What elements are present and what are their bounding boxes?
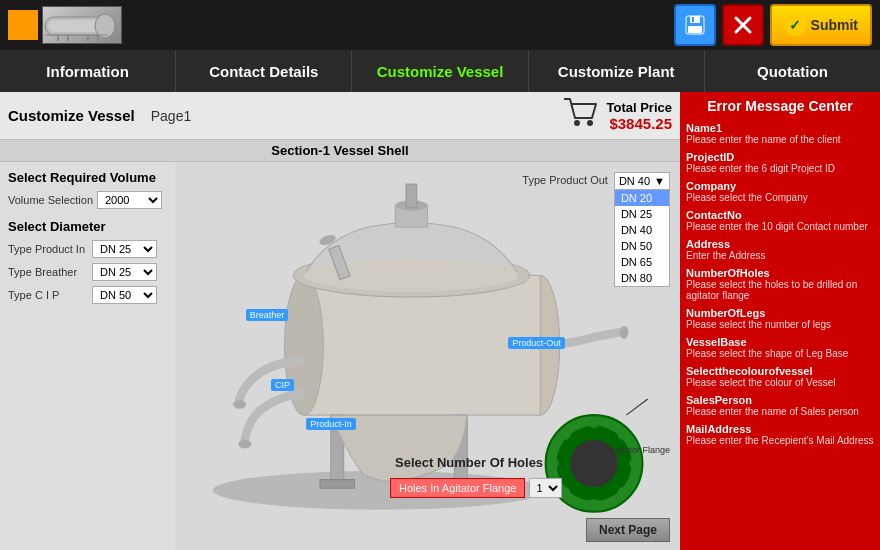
- product-out-selected[interactable]: DN 40 ▼: [614, 172, 670, 190]
- error-item: ProjectIDPlease enter the 6 digit Projec…: [686, 151, 874, 174]
- dropdown-item-dn50[interactable]: DN 50: [615, 238, 669, 254]
- error-item: VesselBasePlease select the shape of Leg…: [686, 336, 874, 359]
- error-message-text: Please enter the Recepient's Mail Addres…: [686, 435, 874, 446]
- close-button[interactable]: [722, 4, 764, 46]
- content-area: Customize Vessel Page1 Total Price $3845…: [0, 92, 680, 550]
- sub-header: Customize Vessel Page1 Total Price $3845…: [0, 92, 680, 139]
- dropdown-item-dn80[interactable]: DN 80: [615, 270, 669, 286]
- svg-point-34: [620, 326, 629, 339]
- holes-label-tag: Holes In Agitator Flange: [390, 478, 525, 498]
- svg-rect-25: [406, 184, 417, 208]
- error-item: AddressEnter the Address: [686, 238, 874, 261]
- vessel-image-area: Type Product Out DN 40 ▼ DN 20 DN 25 DN …: [175, 162, 680, 550]
- error-message-text: Please enter the name of Sales person: [686, 406, 874, 417]
- cip-select[interactable]: DN 50DN 65DN 80DN 100: [92, 286, 157, 304]
- holes-section-title: Select Number Of Holes: [395, 455, 543, 470]
- error-panel: Error Message Center Name1Please enter t…: [680, 92, 880, 550]
- save-button[interactable]: [674, 4, 716, 46]
- error-item: Name1Please enter the name of the client: [686, 122, 874, 145]
- error-list: Name1Please enter the name of the client…: [686, 122, 874, 446]
- logo-area: [8, 6, 122, 44]
- product-out-label: Type Product Out: [522, 174, 608, 186]
- svg-rect-9: [690, 16, 700, 23]
- svg-point-33: [238, 440, 251, 449]
- error-message-text: Please select the Company: [686, 192, 874, 203]
- error-panel-title: Error Message Center: [686, 98, 874, 114]
- svg-point-14: [574, 120, 580, 126]
- product-in-label: Type Product In: [8, 243, 88, 255]
- svg-point-39: [589, 499, 600, 510]
- error-field-name: VesselBase: [686, 336, 874, 348]
- vessel-config: Select Required Volume Volume Selection …: [0, 162, 680, 550]
- error-field-name: Address: [686, 238, 874, 250]
- cip-label: Type C I P: [8, 289, 88, 301]
- submit-label: Submit: [811, 17, 858, 33]
- breather-label: Type Breather: [8, 266, 88, 278]
- error-item: NumberOfLegsPlease select the number of …: [686, 307, 874, 330]
- error-item: ContactNoPlease enter the 10 digit Conta…: [686, 209, 874, 232]
- error-message-text: Please enter the name of the client: [686, 134, 874, 145]
- nav-information[interactable]: Information: [0, 50, 176, 92]
- error-field-name: Name1: [686, 122, 874, 134]
- svg-point-32: [233, 400, 246, 409]
- logo-orange-block: [8, 10, 38, 40]
- product-out-area: Type Product Out DN 40 ▼ DN 20 DN 25 DN …: [522, 172, 670, 287]
- nav-bar: Information Contact Details Customize Ve…: [0, 50, 880, 92]
- svg-point-6: [95, 14, 115, 38]
- breather-row: Type Breather DN 25DN 32DN 40DN 50: [8, 263, 167, 281]
- svg-rect-1: [48, 20, 102, 32]
- error-message-text: Please select the holes to be drilled on…: [686, 279, 874, 301]
- submit-button[interactable]: ✓ Submit: [770, 4, 872, 46]
- svg-point-15: [587, 120, 593, 126]
- error-message-text: Please enter the 6 digit Project ID: [686, 163, 874, 174]
- cip-label-tag: CIP: [271, 379, 294, 391]
- volume-select[interactable]: 2000 3000 5000: [97, 191, 162, 209]
- error-item: SelectthecolourofvesselPlease select the…: [686, 365, 874, 388]
- page-title: Customize Vessel: [8, 107, 135, 124]
- logo-image: [42, 6, 122, 44]
- nav-contact-details[interactable]: Contact Details: [176, 50, 352, 92]
- dropdown-item-dn65[interactable]: DN 65: [615, 254, 669, 270]
- main-layout: Customize Vessel Page1 Total Price $3845…: [0, 92, 880, 550]
- volume-row: Volume Selection 2000 3000 5000: [8, 191, 167, 209]
- error-field-name: NumberOfLegs: [686, 307, 874, 319]
- svg-point-40: [548, 458, 559, 469]
- error-message-text: Please select the number of legs: [686, 319, 874, 330]
- holes-dropdown: Holes In Agitator Flange 1234: [390, 478, 562, 498]
- svg-point-41: [630, 458, 641, 469]
- error-field-name: Company: [686, 180, 874, 192]
- breather-label-tag: Breather: [246, 309, 289, 321]
- next-page-button[interactable]: Next Page: [586, 518, 670, 542]
- diameter-section-title: Select Diameter: [8, 219, 167, 234]
- product-out-label-tag: Product-Out: [508, 337, 565, 349]
- error-item: CompanyPlease select the Company: [686, 180, 874, 203]
- nav-customize-plant[interactable]: Customize Plant: [529, 50, 705, 92]
- cart-icon: [562, 96, 598, 135]
- breather-select[interactable]: DN 25DN 32DN 40DN 50: [92, 263, 157, 281]
- error-field-name: ProjectID: [686, 151, 874, 163]
- error-message-text: Please select the colour of Vessel: [686, 377, 874, 388]
- dropdown-item-dn40[interactable]: DN 40: [615, 222, 669, 238]
- dropdown-item-dn25[interactable]: DN 25: [615, 206, 669, 222]
- error-field-name: MailAddress: [686, 423, 874, 435]
- left-panel: Select Required Volume Volume Selection …: [0, 162, 175, 550]
- product-in-select[interactable]: DN 25DN 32DN 40DN 50: [92, 240, 157, 258]
- section-title: Section-1 Vessel Shell: [0, 139, 680, 162]
- svg-point-42: [560, 429, 571, 440]
- nav-customize-vessel[interactable]: Customize Vessel: [352, 50, 528, 92]
- product-in-row: Type Product In DN 25DN 32DN 40DN 50: [8, 240, 167, 258]
- dropdown-arrow-icon: ▼: [654, 175, 665, 187]
- volume-section-title: Select Required Volume: [8, 170, 167, 185]
- svg-rect-10: [688, 26, 702, 33]
- volume-label: Volume Selection: [8, 194, 93, 206]
- header-buttons: ✓ Submit: [674, 4, 872, 46]
- error-field-name: NumberOfHoles: [686, 267, 874, 279]
- nav-quotation[interactable]: Quotation: [705, 50, 880, 92]
- svg-rect-28: [320, 480, 354, 489]
- header: ✓ Submit: [0, 0, 880, 50]
- dropdown-item-dn20[interactable]: DN 20: [615, 190, 669, 206]
- error-field-name: SalesPerson: [686, 394, 874, 406]
- submit-check-icon: ✓: [784, 14, 806, 36]
- holes-select[interactable]: 1234: [529, 478, 562, 498]
- product-out-dropdown-list: DN 20 DN 25 DN 40 DN 50 DN 65 DN 80: [614, 190, 670, 287]
